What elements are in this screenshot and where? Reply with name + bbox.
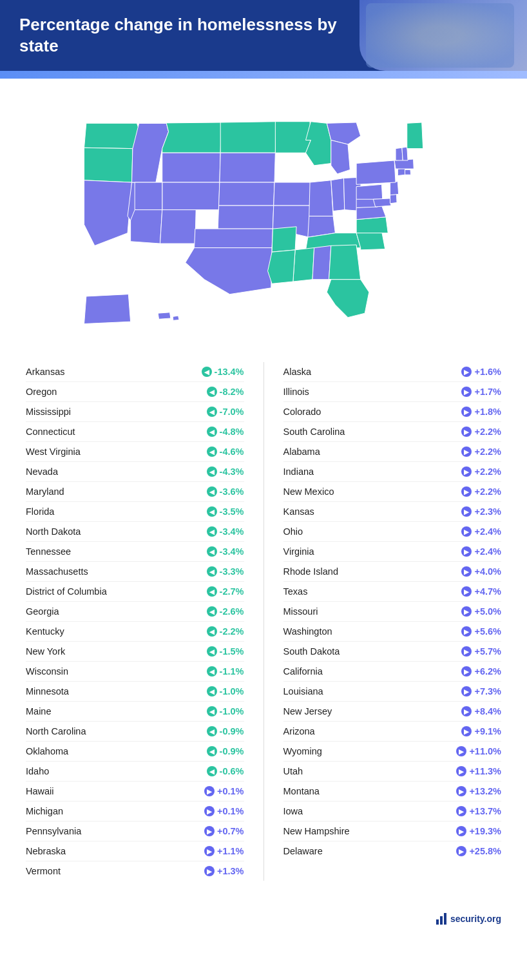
table-row: Missouri▶+5.0% — [283, 602, 502, 622]
state-name: Illinois — [283, 387, 450, 397]
state-name: Connecticut — [26, 427, 193, 437]
change-value: ▶+19.3% — [450, 826, 501, 836]
increase-icon: ▶ — [204, 826, 215, 836]
increase-icon: ▶ — [456, 766, 466, 776]
svg-marker-0 — [84, 123, 139, 148]
table-row: New York◀-1.5% — [26, 642, 244, 662]
change-value: ▶+0.7% — [193, 826, 244, 836]
change-text: +6.2% — [474, 666, 501, 677]
change-text: +1.8% — [474, 407, 501, 417]
data-section: Arkansas◀-13.4%Oregon◀-8.2%Mississippi◀-… — [0, 349, 527, 907]
change-text: +5.6% — [474, 626, 501, 637]
increase-icon: ▶ — [461, 646, 472, 657]
svg-marker-41 — [390, 182, 399, 195]
svg-marker-17 — [275, 122, 311, 153]
logo-bars-icon — [436, 913, 446, 925]
svg-marker-20 — [306, 122, 331, 166]
table-row: Maine◀-1.0% — [26, 702, 244, 722]
change-text: -4.8% — [220, 427, 244, 437]
change-text: -3.3% — [220, 566, 244, 577]
decrease-icon: ◀ — [207, 626, 217, 637]
svg-marker-39 — [373, 198, 391, 207]
decrease-icon: ◀ — [207, 486, 217, 497]
footer-logo-text: security.org — [450, 914, 501, 924]
change-text: +0.7% — [217, 826, 244, 836]
state-name: New Hampshire — [283, 826, 450, 836]
state-name: Colorado — [283, 407, 450, 417]
change-value: ◀-1.0% — [193, 706, 244, 716]
table-row: Washington▶+5.6% — [283, 622, 502, 642]
decrease-icon: ◀ — [207, 447, 217, 457]
table-row: Wyoming▶+11.0% — [283, 742, 502, 762]
table-row: Arizona▶+9.1% — [283, 722, 502, 742]
decrease-icon: ◀ — [207, 746, 217, 756]
change-value: ▶+2.3% — [450, 506, 501, 517]
table-row: Florida◀-3.5% — [26, 502, 244, 522]
table-row: Nebraska▶+1.1% — [26, 841, 244, 861]
increase-icon: ▶ — [461, 506, 472, 517]
change-value: ▶+13.2% — [450, 786, 501, 796]
svg-marker-11 — [220, 122, 276, 153]
change-value: ▶+2.2% — [450, 427, 501, 437]
right-data-column: Alaska▶+1.6%Illinois▶+1.7%Colorado▶+1.8%… — [264, 362, 502, 881]
increase-icon: ▶ — [461, 566, 472, 577]
state-name: Idaho — [26, 766, 193, 776]
svg-marker-10 — [160, 210, 196, 244]
state-name: Georgia — [26, 606, 193, 617]
table-row: North Dakota◀-3.4% — [26, 522, 244, 542]
bar2 — [440, 916, 443, 925]
svg-marker-32 — [329, 245, 361, 280]
state-name: New York — [26, 646, 193, 657]
table-row: New Jersey▶+8.4% — [283, 702, 502, 722]
increase-icon: ▶ — [456, 826, 466, 836]
change-value: ◀-0.9% — [193, 746, 244, 756]
increase-icon: ▶ — [461, 706, 472, 716]
change-value: ▶+1.3% — [193, 866, 244, 876]
table-row: Michigan▶+0.1% — [26, 802, 244, 821]
page-title: Percentage change in homelessness by sta… — [19, 14, 354, 56]
state-name: Arkansas — [26, 367, 193, 377]
change-value: ▶+2.4% — [450, 526, 501, 537]
table-row: Kansas▶+2.3% — [283, 502, 502, 522]
decrease-icon: ◀ — [207, 387, 217, 397]
decrease-icon: ◀ — [207, 706, 217, 716]
svg-marker-29 — [293, 248, 314, 282]
table-row: Alaska▶+1.6% — [283, 362, 502, 382]
increase-icon: ▶ — [204, 786, 215, 796]
bar1 — [436, 919, 439, 925]
table-row: Delaware▶+25.8% — [283, 841, 502, 861]
svg-marker-30 — [268, 250, 296, 283]
bar3 — [444, 913, 446, 925]
change-text: -3.4% — [220, 546, 244, 557]
state-name: Florida — [26, 506, 193, 517]
svg-marker-15 — [195, 229, 273, 247]
increase-icon: ▶ — [456, 806, 466, 816]
us-map-container — [19, 98, 508, 343]
blue-stripe — [0, 71, 527, 79]
increase-icon: ▶ — [461, 387, 472, 397]
change-value: ◀-3.6% — [193, 486, 244, 497]
decrease-icon: ◀ — [207, 586, 217, 597]
change-text: +2.2% — [474, 447, 501, 457]
change-value: ▶+2.2% — [450, 486, 501, 497]
change-text: -0.6% — [220, 766, 244, 776]
table-row: Oklahoma◀-0.9% — [26, 742, 244, 762]
change-value: ◀-3.3% — [193, 566, 244, 577]
change-text: +2.2% — [474, 486, 501, 497]
increase-icon: ▶ — [461, 466, 472, 477]
svg-marker-38 — [356, 184, 383, 199]
increase-icon: ▶ — [461, 546, 472, 557]
change-text: +1.1% — [217, 846, 244, 856]
svg-marker-42 — [356, 160, 396, 184]
change-value: ▶+5.0% — [450, 606, 501, 617]
change-value: ▶+2.4% — [450, 546, 501, 557]
change-text: +25.8% — [469, 846, 501, 856]
svg-marker-8 — [135, 182, 162, 210]
change-text: +11.3% — [469, 766, 501, 776]
change-text: +1.7% — [474, 387, 501, 397]
change-value: ▶+11.3% — [450, 766, 501, 776]
change-value: ◀-1.0% — [193, 686, 244, 697]
change-text: +2.2% — [474, 466, 501, 477]
change-text: -0.9% — [220, 726, 244, 736]
increase-icon: ▶ — [456, 786, 466, 796]
